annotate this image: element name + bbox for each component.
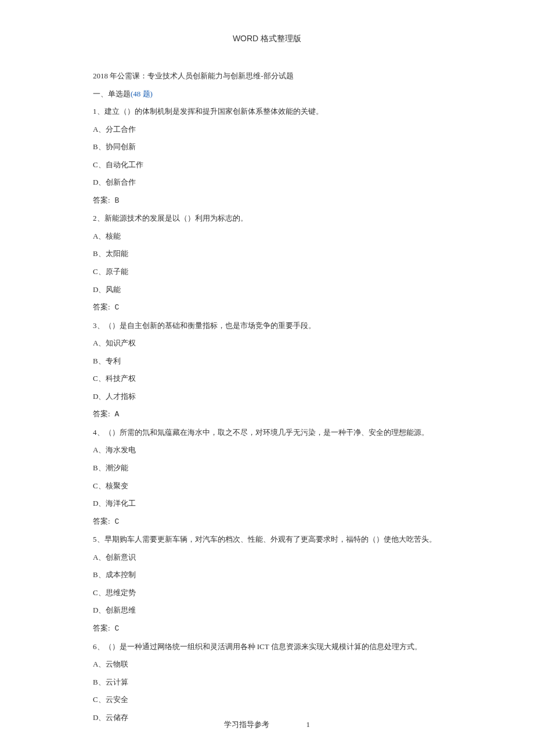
- question-option: D、创新合作: [93, 174, 441, 192]
- question-option: C、自动化工作: [93, 156, 441, 174]
- question-option: A、海水发电: [93, 441, 441, 459]
- question-block: 6、（）是一种通过网络统一组织和灵活调用各种 ICT 信息资源来实现大规模计算的…: [93, 638, 441, 727]
- question-block: 4、（）所需的氘和氚蕴藏在海水中，取之不尽，对环境几乎无污染，是一种干净、安全的…: [93, 424, 441, 531]
- page-footer: 学习指导参考 1: [0, 719, 534, 730]
- page-header: WORD 格式整理版: [0, 0, 534, 44]
- question-option: B、潮汐能: [93, 459, 441, 477]
- question-option: B、成本控制: [93, 566, 441, 584]
- question-option: A、知识产权: [93, 334, 441, 352]
- question-stem: 1、建立（）的体制机制是发挥和提升国家创新体系整体效能的关键。: [93, 103, 441, 121]
- question-block: 5、早期购车人需要更新车辆，对汽车的档次、性能、外观有了更高要求时，福特的（）使…: [93, 531, 441, 638]
- question-option: C、原子能: [93, 263, 441, 281]
- question-option: A、核能: [93, 228, 441, 246]
- question-stem: 4、（）所需的氘和氚蕴藏在海水中，取之不尽，对环境几乎无污染，是一种干净、安全的…: [93, 424, 441, 442]
- page-number: 1: [306, 720, 310, 729]
- question-block: 3、（）是自主创新的基础和衡量指标，也是市场竞争的重要手段。 A、知识产权 B、…: [93, 317, 441, 424]
- document-title: 2018 年公需课：专业技术人员创新能力与创新思维-部分试题: [93, 67, 441, 85]
- question-option: C、思维定势: [93, 584, 441, 602]
- question-option: D、人才指标: [93, 388, 441, 406]
- question-answer: 答案: A: [93, 405, 441, 424]
- question-option: B、云计算: [93, 674, 441, 692]
- question-block: 2、新能源技术的发展是以（）利用为标志的。 A、核能 B、太阳能 C、原子能 D…: [93, 210, 441, 316]
- question-option: A、分工合作: [93, 121, 441, 139]
- question-block: 1、建立（）的体制机制是发挥和提升国家创新体系整体效能的关键。 A、分工合作 B…: [93, 103, 441, 210]
- question-option: C、核聚变: [93, 477, 441, 495]
- question-answer: 答案: C: [93, 620, 441, 638]
- question-option: A、云物联: [93, 656, 441, 674]
- section-label: 一、单选题: [93, 89, 131, 98]
- question-answer: 答案: C: [93, 298, 441, 317]
- question-stem: 5、早期购车人需要更新车辆，对汽车的档次、性能、外观有了更高要求时，福特的（）使…: [93, 531, 441, 549]
- question-option: B、专利: [93, 352, 441, 370]
- question-answer: 答案: B: [93, 192, 441, 210]
- question-option: D、海洋化工: [93, 495, 441, 513]
- section-header: 一、单选题(48 题): [93, 85, 441, 103]
- footer-text: 学习指导参考: [224, 719, 269, 730]
- question-option: A、创新意识: [93, 549, 441, 567]
- question-option: D、创新思维: [93, 602, 441, 620]
- question-option: B、协同创新: [93, 138, 441, 156]
- question-option: D、风能: [93, 281, 441, 299]
- question-option: C、云安全: [93, 691, 441, 709]
- question-option: B、太阳能: [93, 245, 441, 263]
- question-stem: 3、（）是自主创新的基础和衡量指标，也是市场竞争的重要手段。: [93, 317, 441, 335]
- question-stem: 6、（）是一种通过网络统一组织和灵活调用各种 ICT 信息资源来实现大规模计算的…: [93, 638, 441, 656]
- question-stem: 2、新能源技术的发展是以（）利用为标志的。: [93, 210, 441, 228]
- question-option: C、科技产权: [93, 370, 441, 388]
- question-answer: 答案: C: [93, 513, 441, 531]
- document-body: 2018 年公需课：专业技术人员创新能力与创新思维-部分试题 一、单选题(48 …: [0, 44, 534, 726]
- section-count: (48 题): [131, 89, 153, 98]
